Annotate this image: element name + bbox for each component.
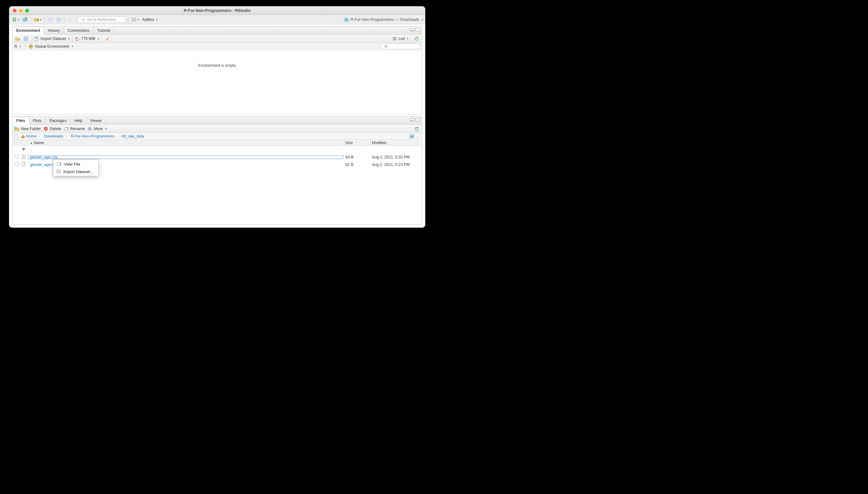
floppy-stack-icon	[56, 17, 61, 22]
tab-history[interactable]: History	[44, 27, 64, 34]
save-workspace-button[interactable]	[22, 35, 29, 42]
window-title: R-For-Non-Programmers - RStudio	[9, 8, 425, 13]
more-menu[interactable]: More ▾	[87, 126, 106, 131]
new-folder-button[interactable]: New Folder	[14, 126, 41, 131]
goto-placeholder: Go to file/function	[87, 17, 116, 22]
col-name-header[interactable]: ▲ Name	[29, 141, 344, 145]
files-toolbar: New Folder Delete Rename More ▾	[13, 125, 422, 133]
delete-button[interactable]: Delete	[43, 126, 61, 131]
refresh-icon	[414, 126, 419, 131]
svg-text:R: R	[411, 135, 413, 138]
ctx-import-dataset[interactable]: Import Dataset...	[53, 168, 98, 175]
floppy-icon	[23, 36, 28, 41]
csv-file-icon	[21, 154, 26, 159]
tab-packages[interactable]: Packages	[45, 117, 71, 125]
scope-picker[interactable]: Global Environment ▾	[28, 44, 73, 49]
row-checkbox[interactable]	[15, 155, 19, 158]
ctx-view-file[interactable]: View File	[53, 160, 98, 168]
folder-plus-icon	[14, 126, 19, 131]
workspace: Environment History Connections Tutorial	[9, 24, 425, 228]
new-file-button[interactable]	[11, 16, 20, 23]
project-plus-icon	[22, 17, 27, 22]
svg-rect-29	[57, 163, 61, 166]
svg-rect-24	[22, 137, 24, 138]
gauge-icon	[75, 36, 79, 41]
delete-icon	[43, 126, 48, 131]
row-checkbox[interactable]	[15, 162, 19, 166]
pane-minimize-button[interactable]	[410, 28, 414, 31]
pane-maximize-button[interactable]	[416, 118, 420, 121]
addins-menu[interactable]: Addins	[142, 17, 157, 22]
file-table-header: ▲ Name Size Modified	[13, 140, 422, 146]
env-toolbar: Import Dataset ▾ 775 MiB ▾ List ▾	[13, 35, 422, 43]
parent-dir-row[interactable]: ..	[13, 146, 422, 153]
breadcrumb-downloads[interactable]: Downloads	[44, 134, 63, 138]
home-icon	[21, 134, 25, 139]
svg-rect-11	[132, 20, 133, 21]
grid-view-button[interactable]	[130, 16, 140, 23]
open-file-button[interactable]	[33, 16, 42, 23]
breadcrumb-home[interactable]: Home	[26, 134, 37, 138]
list-icon	[392, 36, 397, 41]
goto-file-input[interactable]: Go to file/function	[78, 17, 126, 23]
svg-rect-10	[134, 18, 136, 19]
chevron-right-icon: 〉	[116, 134, 119, 138]
titlebar: R-For-Non-Programmers - RStudio	[9, 6, 425, 15]
tab-connections[interactable]: Connections	[64, 27, 94, 34]
close-window-button[interactable]	[13, 9, 17, 13]
col-size-header[interactable]: Size	[344, 141, 370, 145]
r-project-icon[interactable]: R	[409, 134, 414, 139]
clear-workspace-button[interactable]	[104, 35, 111, 42]
r-project-icon: R	[344, 17, 349, 22]
folder-open-icon	[34, 17, 39, 22]
load-workspace-button[interactable]	[14, 35, 21, 42]
tab-environment[interactable]: Environment	[13, 26, 44, 35]
goto-arrow-icon	[80, 17, 85, 22]
pane-minimize-button[interactable]	[410, 118, 414, 121]
breadcrumb-rawdata[interactable]: 00_raw_data	[121, 134, 144, 138]
file-table-body: .. gender_age.csv 64 B Aug 2, 2021, 5:33…	[13, 146, 422, 224]
save-all-button[interactable]	[55, 16, 62, 23]
select-all-checkbox[interactable]	[14, 134, 18, 138]
refresh-files-button[interactable]	[413, 126, 420, 132]
app-window: R-For-Non-Programmers - RStudio	[9, 6, 425, 228]
col-modified-header[interactable]: Modified	[371, 141, 422, 145]
tab-viewer[interactable]: Viewer	[86, 117, 106, 125]
svg-rect-30	[57, 170, 60, 173]
svg-rect-27	[22, 155, 25, 159]
files-breadcrumb: Home 〉 Downloads 〉 R-For-Non-Programmers…	[13, 133, 422, 140]
language-picker[interactable]: R ▾	[14, 44, 21, 49]
zoom-window-button[interactable]	[25, 9, 29, 13]
svg-point-19	[385, 45, 387, 47]
memory-usage[interactable]: 775 MiB ▾	[75, 36, 99, 41]
import-dataset-menu[interactable]: Import Dataset ▾	[34, 36, 70, 41]
globe-icon	[28, 44, 33, 49]
tab-files[interactable]: Files	[13, 117, 29, 125]
new-project-button[interactable]	[21, 16, 28, 23]
text-file-icon	[21, 162, 26, 167]
print-icon	[67, 17, 73, 22]
tab-help[interactable]: Help	[71, 117, 86, 125]
tab-plots[interactable]: Plots	[29, 117, 46, 125]
refresh-env-button[interactable]	[413, 35, 420, 42]
project-menu[interactable]: R R-For-Non-Programmers — Downloads	[344, 17, 423, 22]
plus-icon	[12, 17, 17, 22]
tab-tutorial[interactable]: Tutorial	[94, 27, 114, 34]
minimize-window-button[interactable]	[19, 9, 23, 13]
refresh-icon	[414, 36, 419, 41]
files-tabs: Files Plots Packages Help Viewer	[13, 117, 422, 125]
folder-open-icon	[15, 36, 20, 41]
svg-rect-8	[69, 18, 71, 19]
env-search-input[interactable]	[381, 44, 420, 49]
env-view-mode[interactable]: List ▾	[392, 36, 408, 41]
svg-rect-15	[24, 37, 28, 40]
environment-pane: Environment History Connections Tutorial	[12, 26, 422, 114]
print-button[interactable]	[67, 16, 74, 23]
rename-button[interactable]: Rename	[64, 126, 85, 131]
view-file-icon	[56, 162, 61, 167]
more-paths-button[interactable]: …	[416, 134, 420, 138]
svg-rect-4	[50, 20, 52, 21]
save-button[interactable]	[47, 16, 54, 23]
breadcrumb-project[interactable]: R-For-Non-Programmers	[71, 134, 114, 138]
pane-maximize-button[interactable]	[416, 28, 420, 31]
